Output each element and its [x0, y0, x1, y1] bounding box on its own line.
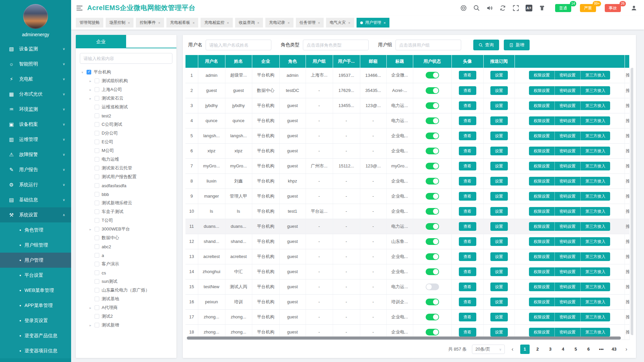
sidebar-item-ops-management[interactable]: ▥运维管理∨	[0, 132, 71, 147]
password-settings-button[interactable]: 密码设置	[555, 282, 581, 291]
horizontal-scrollbar[interactable]	[187, 337, 621, 340]
password-settings-button[interactable]: 密码设置	[555, 101, 581, 110]
sidebar-item-system-run[interactable]: ⚙系统运行∨	[0, 177, 71, 192]
tab-管理驾驶舱[interactable]: 管理驾驶舱	[76, 18, 103, 28]
tree-node[interactable]: asdfasfasdfa	[80, 181, 174, 190]
page-number-5[interactable]: 5	[571, 345, 581, 354]
permission-settings-button[interactable]: 权限设置	[529, 252, 555, 261]
sidebar-item-inverter-project-info[interactable]: •逆变器项目信息	[0, 343, 71, 358]
checkbox[interactable]	[95, 236, 99, 240]
sidebar-item-smart-lighting[interactable]: ☼智能照明∨	[0, 56, 71, 71]
sidebar-item-inverter-product-info[interactable]: •逆变器产品信息	[0, 328, 71, 343]
caret-right-icon[interactable]: ▸	[89, 79, 92, 83]
checkbox[interactable]	[95, 183, 99, 188]
view-avatar-button[interactable]: 查看	[459, 298, 476, 306]
search-icon[interactable]	[473, 5, 480, 11]
permission-settings-button[interactable]: 权限设置	[529, 86, 555, 95]
third-party-access-button[interactable]: 第三方接入	[581, 86, 610, 95]
view-avatar-button[interactable]: 查看	[459, 252, 476, 261]
checkbox[interactable]	[95, 174, 99, 179]
third-party-access-button[interactable]: 第三方接入	[581, 71, 610, 80]
tree-search-input[interactable]	[80, 53, 172, 64]
tree-node[interactable]: T公司	[80, 216, 174, 225]
user-status-toggle[interactable]	[426, 87, 439, 94]
permission-settings-button[interactable]: 权限设置	[529, 101, 555, 110]
checkbox[interactable]	[95, 113, 99, 118]
tree-node[interactable]: 数据中心	[80, 234, 174, 242]
tree-node[interactable]: 车盒子测试	[80, 207, 174, 216]
push-subscribe-button[interactable]: 设置	[490, 252, 508, 261]
password-settings-button[interactable]: 密码设置	[555, 328, 581, 337]
add-button[interactable]: 新增	[504, 40, 530, 50]
username-filter-input[interactable]	[206, 40, 271, 50]
password-settings-button[interactable]: 密码设置	[555, 177, 581, 186]
permission-settings-button[interactable]: 权限设置	[529, 162, 555, 170]
alarm-badge-normal[interactable]: 普通14	[555, 4, 571, 12]
tree-node[interactable]: 测试新增乐橙云	[80, 199, 174, 207]
tree-node-root[interactable]: ▾平台机构	[80, 68, 174, 76]
third-party-access-button[interactable]: 第三方接入	[581, 237, 610, 246]
checkbox[interactable]	[95, 305, 99, 310]
sidebar-item-device-monitor[interactable]: ▧设备监测∨	[0, 41, 71, 56]
push-subscribe-button[interactable]: 设置	[490, 147, 508, 155]
sidebar-item-app-menu-management[interactable]: •APP菜单管理	[0, 298, 71, 313]
sidebar-item-user-management[interactable]: •用户管理	[0, 253, 71, 268]
page-number-6[interactable]: 6	[584, 345, 593, 354]
sidebar-item-user-report[interactable]: ✎用户报告∨	[0, 162, 71, 177]
tree-node[interactable]: ▸上海A公司	[80, 85, 174, 94]
view-avatar-button[interactable]: 查看	[459, 177, 476, 186]
checkbox[interactable]	[95, 314, 99, 319]
permission-settings-button[interactable]: 权限设置	[529, 222, 555, 231]
third-party-access-button[interactable]: 第三方接入	[581, 192, 610, 201]
permission-settings-button[interactable]: 权限设置	[529, 267, 555, 276]
user-status-toggle[interactable]	[426, 268, 439, 275]
permission-settings-button[interactable]: 权限设置	[529, 282, 555, 291]
push-subscribe-button[interactable]: 设置	[490, 101, 508, 110]
view-avatar-button[interactable]: 查看	[459, 132, 476, 140]
sidebar-item-fault-alarm[interactable]: ⚠故障报警∨	[0, 147, 71, 162]
third-party-access-button[interactable]: 第三方接入	[581, 313, 610, 321]
push-subscribe-button[interactable]: 设置	[490, 207, 508, 216]
tree-node[interactable]: 测试用户报告配置	[80, 172, 174, 181]
sidebar-item-system-settings[interactable]: ⚒系统设置∧	[0, 207, 71, 222]
close-icon[interactable]: ×	[257, 21, 259, 25]
password-settings-button[interactable]: 密码设置	[555, 192, 581, 201]
sidebar-item-platform-settings[interactable]: •平台设置	[0, 268, 71, 283]
checkbox[interactable]	[95, 105, 99, 109]
tree-node[interactable]: test2	[80, 111, 174, 120]
tree-node[interactable]: 客户演示	[80, 260, 174, 268]
checkbox[interactable]	[95, 96, 99, 101]
tree-node[interactable]: sun测试	[80, 277, 174, 286]
tree-node[interactable]: C公司测试	[80, 120, 174, 129]
close-icon[interactable]: ×	[227, 21, 229, 25]
refresh-icon[interactable]	[499, 5, 506, 11]
alarm-badge-severe[interactable]: 严重99+	[580, 4, 596, 12]
push-subscribe-button[interactable]: 设置	[490, 132, 508, 140]
user-status-toggle[interactable]	[426, 299, 439, 305]
tree-node[interactable]: ▸3000WEB平台	[80, 225, 174, 234]
tree-node[interactable]: 运维巡检测试	[80, 103, 174, 111]
view-avatar-button[interactable]: 查看	[459, 71, 476, 80]
view-avatar-button[interactable]: 查看	[459, 192, 476, 201]
page-number-3[interactable]: 3	[546, 345, 555, 354]
tab-充电桩监控[interactable]: 充电桩监控×	[201, 18, 232, 28]
translate-icon[interactable]: A文	[526, 5, 532, 11]
permission-settings-button[interactable]: 权限设置	[529, 177, 555, 186]
password-settings-button[interactable]: 密码设置	[555, 132, 581, 140]
permission-settings-button[interactable]: 权限设置	[529, 132, 555, 140]
user-status-toggle[interactable]	[426, 178, 439, 185]
permission-settings-button[interactable]: 权限设置	[529, 71, 555, 80]
checkbox[interactable]	[87, 70, 91, 74]
checkbox[interactable]	[95, 87, 99, 92]
tree-node[interactable]: 测试2	[80, 312, 174, 321]
view-avatar-button[interactable]: 查看	[459, 222, 476, 231]
user-status-toggle[interactable]	[426, 329, 439, 335]
third-party-access-button[interactable]: 第三方接入	[581, 162, 610, 170]
password-settings-button[interactable]: 密码设置	[555, 298, 581, 306]
checkbox[interactable]	[95, 209, 99, 214]
checkbox[interactable]	[95, 122, 99, 127]
view-avatar-button[interactable]: 查看	[459, 207, 476, 216]
permission-settings-button[interactable]: 权限设置	[529, 237, 555, 246]
user-status-toggle[interactable]	[426, 314, 439, 320]
third-party-access-button[interactable]: 第三方接入	[581, 147, 610, 155]
